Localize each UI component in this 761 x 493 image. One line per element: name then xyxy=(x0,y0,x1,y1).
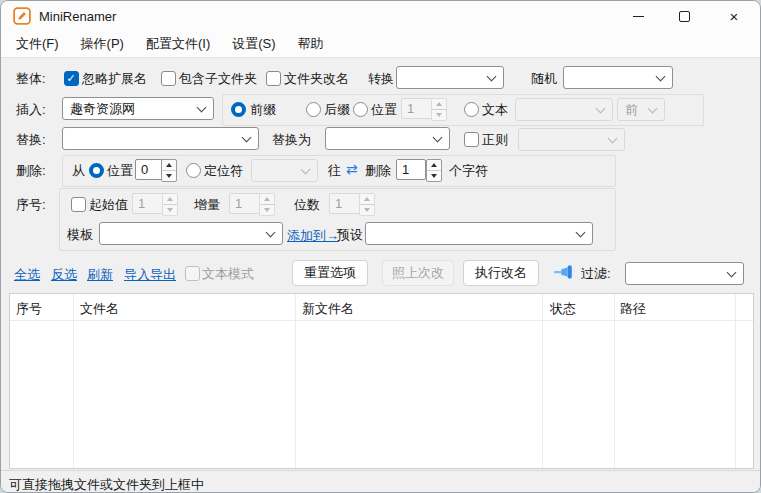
add-to-link[interactable]: 添加到→ xyxy=(287,227,339,245)
prefix-radio[interactable] xyxy=(231,102,246,117)
invert-selection-link[interactable]: 反选 xyxy=(51,266,77,284)
digits-spinner[interactable] xyxy=(359,193,375,216)
column-header-path[interactable]: 路径 xyxy=(620,300,646,318)
spin-down-icon[interactable] xyxy=(360,205,374,215)
execute-rename-button[interactable]: 执行改名 xyxy=(463,260,539,286)
spin-up-icon[interactable] xyxy=(432,99,446,110)
statusbar: 可直接拖拽文件或文件夹到上框中 xyxy=(1,470,760,493)
spin-down-icon[interactable] xyxy=(162,171,176,181)
close-icon: × xyxy=(730,9,739,24)
start-value-input[interactable]: 1 xyxy=(132,193,164,214)
remove-delete-label: 删除 xyxy=(365,163,391,178)
column-header-filename[interactable]: 文件名 xyxy=(80,300,119,318)
chevron-down-icon xyxy=(242,133,252,143)
spin-up-icon[interactable] xyxy=(260,194,274,205)
menu-profile[interactable]: 配置文件(I) xyxy=(135,31,221,57)
remove-count-spinner[interactable] xyxy=(426,159,442,182)
spin-down-icon[interactable] xyxy=(427,171,441,181)
regex-checkbox[interactable] xyxy=(464,132,479,147)
insert-position-spinner[interactable] xyxy=(431,98,447,121)
remove-position-spinner[interactable] xyxy=(161,159,177,182)
chevron-down-icon xyxy=(648,104,658,114)
regex-label: 正则 xyxy=(482,132,508,147)
spin-up-icon[interactable] xyxy=(162,160,176,171)
replace-extra-combobox[interactable] xyxy=(518,128,625,151)
remove-position-input[interactable]: 0 xyxy=(135,159,163,180)
include-subfolders-label: 包含子文件夹 xyxy=(179,71,257,86)
replace-find-combobox[interactable] xyxy=(62,127,259,150)
increment-label: 增量 xyxy=(194,197,220,212)
insert-text-anchor-radio[interactable] xyxy=(464,102,479,117)
replace-with-combobox[interactable] xyxy=(325,127,450,150)
preset-combobox[interactable] xyxy=(365,222,593,245)
titlebar: MiniRenamer × xyxy=(1,1,760,31)
chevron-down-icon xyxy=(266,228,276,238)
start-value-checkbox[interactable] xyxy=(71,197,86,212)
remove-count-input[interactable]: 1 xyxy=(396,159,426,180)
insert-text-anchor-label: 文本 xyxy=(482,102,508,117)
insert-anchor-combobox[interactable] xyxy=(515,98,613,121)
suffix-radio[interactable] xyxy=(306,102,321,117)
remove-position-radio[interactable] xyxy=(89,163,104,178)
remove-anchor-radio[interactable] xyxy=(186,163,201,178)
chevron-down-icon xyxy=(596,104,606,114)
window-title: MiniRenamer xyxy=(39,9,116,24)
spin-up-icon[interactable] xyxy=(163,194,177,205)
menu-file[interactable]: 文件(F) xyxy=(5,31,70,57)
remove-row-label: 删除: xyxy=(16,163,46,178)
minimize-button[interactable] xyxy=(615,1,661,31)
column-header-index[interactable]: 序号 xyxy=(16,300,42,318)
increment-input[interactable]: 1 xyxy=(229,193,261,214)
random-label: 随机 xyxy=(531,71,557,86)
chevron-down-icon xyxy=(197,103,207,113)
convert-combobox[interactable] xyxy=(396,66,504,89)
table-body-drop-area[interactable] xyxy=(10,321,753,468)
template-label: 模板 xyxy=(67,227,93,242)
replace-row-label: 替换: xyxy=(16,132,46,147)
ignore-extension-label: 忽略扩展名 xyxy=(82,71,147,86)
insert-side-combobox[interactable]: 前 xyxy=(617,98,665,121)
text-mode-checkbox[interactable] xyxy=(185,266,200,281)
column-header-newname[interactable]: 新文件名 xyxy=(302,300,354,318)
ignore-extension-checkbox[interactable] xyxy=(64,71,79,86)
start-value-spinner[interactable] xyxy=(162,193,178,216)
random-combobox[interactable] xyxy=(563,66,673,89)
spin-up-icon[interactable] xyxy=(360,194,374,205)
maximize-button[interactable] xyxy=(661,1,707,31)
menu-operate[interactable]: 操作(P) xyxy=(70,31,135,57)
column-header-status[interactable]: 状态 xyxy=(550,300,576,318)
app-icon xyxy=(13,7,31,25)
increment-spinner[interactable] xyxy=(259,193,275,216)
rename-folders-checkbox[interactable] xyxy=(266,71,281,86)
insert-position-radio[interactable] xyxy=(353,102,368,117)
redo-last-button[interactable]: 照上次改 xyxy=(382,260,454,286)
pin-icon[interactable] xyxy=(553,264,575,282)
template-combobox[interactable] xyxy=(99,222,283,245)
spin-down-icon[interactable] xyxy=(260,205,274,215)
close-button[interactable]: × xyxy=(707,1,761,31)
chevron-down-icon xyxy=(487,72,497,82)
import-export-link[interactable]: 导入导出 xyxy=(124,266,176,284)
digits-input[interactable]: 1 xyxy=(329,193,361,214)
direction-swap-icon[interactable]: ⇄ xyxy=(346,162,358,176)
suffix-label: 后缀 xyxy=(324,102,350,117)
digits-label: 位数 xyxy=(294,197,320,212)
include-subfolders-checkbox[interactable] xyxy=(161,71,176,86)
select-all-link[interactable]: 全选 xyxy=(14,266,40,284)
file-table[interactable]: 序号 文件名 新文件名 状态 路径 xyxy=(9,293,754,469)
remove-position-label: 位置 xyxy=(107,163,133,178)
spin-down-icon[interactable] xyxy=(432,110,446,120)
spin-up-icon[interactable] xyxy=(427,160,441,171)
spin-down-icon[interactable] xyxy=(163,205,177,215)
filter-combobox[interactable] xyxy=(625,262,744,285)
menu-settings[interactable]: 设置(S) xyxy=(221,31,286,57)
refresh-link[interactable]: 刷新 xyxy=(87,266,113,284)
remove-anchor-label: 定位符 xyxy=(204,163,243,178)
remove-anchor-combobox[interactable] xyxy=(251,159,318,182)
menu-help[interactable]: 帮助 xyxy=(287,31,335,57)
maximize-icon xyxy=(679,11,690,22)
insert-position-label: 位置 xyxy=(371,102,397,117)
insert-position-input[interactable]: 1 xyxy=(401,98,433,119)
reset-options-button[interactable]: 重置选项 xyxy=(292,260,368,286)
insert-text-combobox[interactable]: 趣奇资源网 xyxy=(62,97,214,120)
